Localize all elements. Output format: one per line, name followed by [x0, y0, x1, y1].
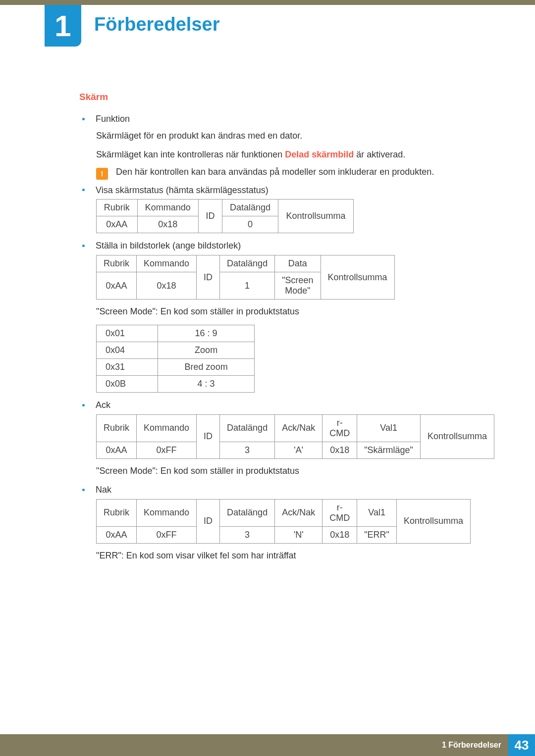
- td: 0xAA: [97, 272, 137, 300]
- note-text: Den här kontrollen kan bara användas på …: [116, 167, 434, 177]
- page-content: Skärm Funktion Skärmläget för en produkt…: [79, 92, 495, 569]
- table-ack: Rubrik Kommando ID Datalängd Ack/Nak r-C…: [96, 414, 494, 459]
- td: 0x18: [137, 272, 197, 300]
- table-row: Rubrik Kommando ID Datalängd Data Kontro…: [97, 255, 395, 272]
- table-row: 0x0116 : 9: [97, 325, 255, 342]
- th: Data: [275, 255, 321, 272]
- td: 0xFF: [137, 526, 197, 543]
- text: Skärmläget kan inte kontrolleras när fun…: [96, 150, 285, 159]
- th: r-CMD: [322, 499, 357, 526]
- th: ID: [197, 414, 220, 458]
- th: ID: [197, 499, 220, 543]
- bullet-head: Funktion: [96, 114, 130, 124]
- warning-icon: !: [96, 168, 108, 180]
- th: Kontrollsumma: [396, 499, 470, 543]
- th: Rubrik: [97, 200, 138, 216]
- td: 0xAA: [97, 216, 138, 233]
- text: är aktiverad.: [354, 150, 405, 159]
- top-accent-bar: [0, 0, 535, 5]
- table-set-screen-size: Rubrik Kommando ID Datalängd Data Kontro…: [96, 255, 395, 300]
- td: 16 : 9: [158, 325, 255, 342]
- th: r-CMD: [322, 414, 357, 442]
- table-get-screen-status: Rubrik Kommando ID Datalängd Kontrollsum…: [96, 199, 354, 233]
- bullet-icon: [82, 404, 85, 406]
- td: "Skärmläge": [357, 442, 421, 458]
- th: Rubrik: [97, 499, 137, 526]
- bullet-head: Nak: [96, 485, 111, 495]
- bullet-head: Ställa in bildstorlek (ange bildstorlek): [96, 241, 241, 251]
- th: Datalängd: [222, 200, 278, 216]
- page-number-box: 43: [508, 734, 535, 756]
- bullet-head: Ack: [96, 400, 110, 410]
- bullet-list: Funktion Skärmläget för en produkt kan ä…: [79, 113, 495, 561]
- th: Rubrik: [97, 414, 137, 442]
- td: 0x01: [97, 325, 158, 342]
- th: Rubrik: [97, 255, 137, 272]
- td: 0xAA: [97, 526, 137, 543]
- th: Kommando: [137, 200, 198, 216]
- td: 0x0B: [97, 376, 158, 393]
- td: 3: [220, 442, 275, 458]
- table-nak: Rubrik Kommando ID Datalängd Ack/Nak r-C…: [96, 499, 471, 544]
- td: 'A': [275, 442, 322, 458]
- bullet-icon: [82, 189, 85, 191]
- table-row: Rubrik Kommando ID Datalängd Kontrollsum…: [97, 200, 354, 216]
- paragraph: Skärmläget för en produkt kan ändras med…: [96, 129, 495, 143]
- th: Datalängd: [220, 499, 275, 526]
- table-row: Rubrik Kommando ID Datalängd Ack/Nak r-C…: [97, 414, 494, 442]
- th: Kommando: [137, 255, 197, 272]
- list-item: Visa skärmstatus (hämta skärmlägesstatus…: [79, 185, 495, 234]
- th: ID: [198, 200, 222, 233]
- table-row: 0x31Bred zoom: [97, 359, 255, 376]
- td: "ERR": [357, 526, 397, 543]
- bullet-icon: [82, 118, 85, 120]
- th: Kontrollsumma: [321, 255, 394, 300]
- note-callout: ! Den här kontrollen kan bara användas p…: [96, 167, 495, 180]
- th: Datalängd: [220, 255, 275, 272]
- table-caption: "ERR": En kod som visar vilket fel som h…: [96, 551, 495, 561]
- td: 'N': [275, 526, 322, 543]
- td: 0x18: [322, 442, 357, 458]
- list-item: Ack Rubrik Kommando ID Datalängd Ack/Nak…: [79, 400, 495, 476]
- table-screen-mode-codes: 0x0116 : 9 0x04Zoom 0x31Bred zoom 0x0B4 …: [96, 325, 255, 393]
- th: ID: [197, 255, 220, 300]
- td: "Screen Mode": [275, 272, 321, 300]
- bullet-icon: [82, 489, 85, 491]
- list-item: Funktion Skärmläget för en produkt kan ä…: [79, 113, 495, 180]
- page-footer: 1 Förberedelser 43: [0, 734, 535, 756]
- footer-text: 1 Förberedelser: [442, 741, 501, 750]
- td: Bred zoom: [158, 359, 255, 376]
- td: 0: [222, 216, 278, 233]
- th: Ack/Nak: [275, 499, 322, 526]
- chapter-number-box: 1: [45, 5, 81, 47]
- td: 4 : 3: [158, 376, 255, 393]
- list-item: Nak Rubrik Kommando ID Datalängd Ack/Nak…: [79, 484, 495, 561]
- td: 0x18: [137, 216, 198, 233]
- bullet-icon: [82, 245, 85, 247]
- td: 0xAA: [97, 442, 137, 458]
- bullet-head: Visa skärmstatus (hämta skärmlägesstatus…: [96, 185, 268, 195]
- section-heading: Skärm: [79, 92, 495, 102]
- table-caption: "Screen Mode": En kod som ställer in pro…: [96, 466, 495, 476]
- td: 0x18: [322, 526, 357, 543]
- th: Kontrollsumma: [278, 200, 354, 233]
- table-row: Rubrik Kommando ID Datalängd Ack/Nak r-C…: [97, 499, 471, 526]
- highlight-text: Delad skärmbild: [285, 150, 354, 159]
- page-number: 43: [515, 738, 529, 753]
- td: Zoom: [158, 342, 255, 359]
- table-row: 0x0B4 : 3: [97, 376, 255, 393]
- td: 0x31: [97, 359, 158, 376]
- table-row: 0x04Zoom: [97, 342, 255, 359]
- th: Ack/Nak: [275, 414, 322, 442]
- paragraph: Skärmläget kan inte kontrolleras när fun…: [96, 148, 495, 162]
- th: Kommando: [137, 414, 197, 442]
- table-caption: "Screen Mode": En kod som ställer in pro…: [96, 306, 495, 317]
- th: Kontrollsumma: [421, 414, 494, 458]
- td: 1: [220, 272, 275, 300]
- list-item: Ställa in bildstorlek (ange bildstorlek)…: [79, 240, 495, 393]
- td: 0x04: [97, 342, 158, 359]
- td: 0xFF: [137, 442, 197, 458]
- td: 3: [220, 526, 275, 543]
- th: Kommando: [137, 499, 197, 526]
- th: Datalängd: [220, 414, 275, 442]
